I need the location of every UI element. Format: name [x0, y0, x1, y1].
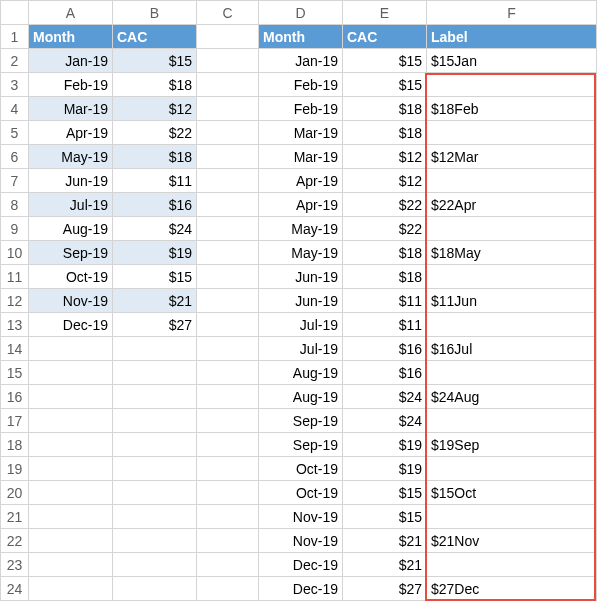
cell-C21[interactable] — [197, 505, 259, 529]
cell-C2[interactable] — [197, 49, 259, 73]
cell-C15[interactable] — [197, 361, 259, 385]
cell-B21[interactable] — [113, 505, 197, 529]
cell-F19[interactable] — [427, 457, 597, 481]
cell-B7[interactable]: $11 — [113, 169, 197, 193]
cell-E21[interactable]: $15 — [343, 505, 427, 529]
cell-C19[interactable] — [197, 457, 259, 481]
cell-C1[interactable] — [197, 25, 259, 49]
row-header[interactable]: 15 — [1, 361, 29, 385]
cell-E23[interactable]: $21 — [343, 553, 427, 577]
row-header[interactable]: 22 — [1, 529, 29, 553]
cell-A7[interactable]: Jun-19 — [29, 169, 113, 193]
cell-B1[interactable]: CAC — [113, 25, 197, 49]
cell-D24[interactable]: Dec-19 — [259, 577, 343, 601]
cell-E16[interactable]: $24 — [343, 385, 427, 409]
cell-D7[interactable]: Apr-19 — [259, 169, 343, 193]
cell-F22[interactable]: $21Nov — [427, 529, 597, 553]
cell-C14[interactable] — [197, 337, 259, 361]
cell-D13[interactable]: Jul-19 — [259, 313, 343, 337]
cell-B24[interactable] — [113, 577, 197, 601]
row-header[interactable]: 12 — [1, 289, 29, 313]
cell-D2[interactable]: Jan-19 — [259, 49, 343, 73]
cell-D18[interactable]: Sep-19 — [259, 433, 343, 457]
cell-A2[interactable]: Jan-19 — [29, 49, 113, 73]
col-header-E[interactable]: E — [343, 1, 427, 25]
cell-D4[interactable]: Feb-19 — [259, 97, 343, 121]
row-header[interactable]: 6 — [1, 145, 29, 169]
row-header[interactable]: 9 — [1, 217, 29, 241]
cell-C7[interactable] — [197, 169, 259, 193]
cell-C12[interactable] — [197, 289, 259, 313]
cell-A1[interactable]: Month — [29, 25, 113, 49]
cell-F17[interactable] — [427, 409, 597, 433]
cell-E7[interactable]: $12 — [343, 169, 427, 193]
cell-C18[interactable] — [197, 433, 259, 457]
cell-B8[interactable]: $16 — [113, 193, 197, 217]
cell-D14[interactable]: Jul-19 — [259, 337, 343, 361]
cell-E17[interactable]: $24 — [343, 409, 427, 433]
cell-F2[interactable]: $15Jan — [427, 49, 597, 73]
col-header-A[interactable]: A — [29, 1, 113, 25]
cell-E5[interactable]: $18 — [343, 121, 427, 145]
select-all-corner[interactable] — [1, 1, 29, 25]
col-header-F[interactable]: F — [427, 1, 597, 25]
cell-B3[interactable]: $18 — [113, 73, 197, 97]
cell-B11[interactable]: $15 — [113, 265, 197, 289]
cell-F24[interactable]: $27Dec — [427, 577, 597, 601]
col-header-B[interactable]: B — [113, 1, 197, 25]
cell-D11[interactable]: Jun-19 — [259, 265, 343, 289]
row-header[interactable]: 10 — [1, 241, 29, 265]
row-header[interactable]: 8 — [1, 193, 29, 217]
row-header[interactable]: 24 — [1, 577, 29, 601]
cell-F13[interactable] — [427, 313, 597, 337]
cell-A8[interactable]: Jul-19 — [29, 193, 113, 217]
cell-F10[interactable]: $18May — [427, 241, 597, 265]
cell-D20[interactable]: Oct-19 — [259, 481, 343, 505]
cell-A12[interactable]: Nov-19 — [29, 289, 113, 313]
cell-B4[interactable]: $12 — [113, 97, 197, 121]
row-header[interactable]: 20 — [1, 481, 29, 505]
cell-D8[interactable]: Apr-19 — [259, 193, 343, 217]
cell-F3[interactable] — [427, 73, 597, 97]
row-header[interactable]: 14 — [1, 337, 29, 361]
cell-D15[interactable]: Aug-19 — [259, 361, 343, 385]
cell-E4[interactable]: $18 — [343, 97, 427, 121]
row-header[interactable]: 2 — [1, 49, 29, 73]
cell-E2[interactable]: $15 — [343, 49, 427, 73]
cell-E20[interactable]: $15 — [343, 481, 427, 505]
cell-F23[interactable] — [427, 553, 597, 577]
cell-B14[interactable] — [113, 337, 197, 361]
cell-A5[interactable]: Apr-19 — [29, 121, 113, 145]
row-header[interactable]: 18 — [1, 433, 29, 457]
row-header[interactable]: 16 — [1, 385, 29, 409]
col-header-D[interactable]: D — [259, 1, 343, 25]
cell-A11[interactable]: Oct-19 — [29, 265, 113, 289]
cell-A24[interactable] — [29, 577, 113, 601]
row-header[interactable]: 21 — [1, 505, 29, 529]
cell-B5[interactable]: $22 — [113, 121, 197, 145]
cell-F21[interactable] — [427, 505, 597, 529]
cell-D21[interactable]: Nov-19 — [259, 505, 343, 529]
cell-C8[interactable] — [197, 193, 259, 217]
cell-D17[interactable]: Sep-19 — [259, 409, 343, 433]
cell-F16[interactable]: $24Aug — [427, 385, 597, 409]
cell-F15[interactable] — [427, 361, 597, 385]
cell-C3[interactable] — [197, 73, 259, 97]
row-header[interactable]: 11 — [1, 265, 29, 289]
cell-E15[interactable]: $16 — [343, 361, 427, 385]
cell-E1[interactable]: CAC — [343, 25, 427, 49]
cell-D5[interactable]: Mar-19 — [259, 121, 343, 145]
cell-B12[interactable]: $21 — [113, 289, 197, 313]
cell-A15[interactable] — [29, 361, 113, 385]
cell-A18[interactable] — [29, 433, 113, 457]
row-header[interactable]: 7 — [1, 169, 29, 193]
cell-D9[interactable]: May-19 — [259, 217, 343, 241]
cell-C23[interactable] — [197, 553, 259, 577]
cell-B20[interactable] — [113, 481, 197, 505]
row-header[interactable]: 1 — [1, 25, 29, 49]
cell-D19[interactable]: Oct-19 — [259, 457, 343, 481]
cell-C11[interactable] — [197, 265, 259, 289]
cell-A10[interactable]: Sep-19 — [29, 241, 113, 265]
cell-E24[interactable]: $27 — [343, 577, 427, 601]
cell-F12[interactable]: $11Jun — [427, 289, 597, 313]
